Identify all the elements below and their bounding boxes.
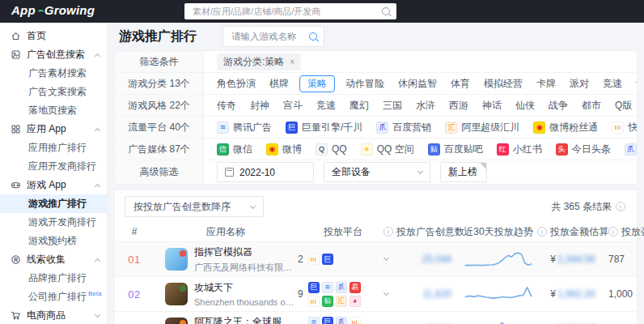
media-option[interactable]: ★QQ 空间 — [361, 143, 414, 156]
column-header: 近30天投放趋势 — [460, 222, 537, 241]
filter-row-platform: 流量平台 40个 ≋腾讯广告巨巨量引擎/千川爪百度营销汇阿里超级汇川◉微博粉丝通… — [115, 117, 637, 139]
appgrowing-logo[interactable]: App Growing — [11, 3, 95, 19]
date-picker[interactable]: 2022-10 — [217, 162, 314, 182]
game-search-input[interactable] — [230, 31, 309, 42]
sidebar-item[interactable]: 应用推广排行 — [0, 139, 107, 157]
platform-option[interactable]: |||快手磁力引擎 — [612, 121, 637, 134]
app-icon[interactable] — [165, 318, 188, 324]
category-option[interactable]: 模拟经营 — [484, 77, 523, 91]
global-search-input[interactable] — [191, 6, 382, 17]
media-option[interactable]: QQQ — [316, 143, 347, 156]
info-icon[interactable]: i — [537, 227, 547, 237]
media-option[interactable]: 头今日头条 — [556, 143, 611, 156]
platform-chip-list: 巨≋爪易|||贴汇◕ — [308, 282, 366, 307]
media-option[interactable]: 红小红书 — [497, 143, 542, 156]
media-option[interactable]: 信微信 — [217, 143, 252, 156]
style-option[interactable]: 都市 — [582, 99, 601, 113]
sidebar-item[interactable]: 广告文案搜索 — [0, 83, 107, 101]
baidu-platform-icon: 爪 — [336, 282, 347, 293]
sidebar-item[interactable]: 广告素材搜索 — [0, 64, 107, 83]
style-option[interactable]: 封神 — [250, 99, 269, 113]
result-count: 共 365 条结果 — [551, 200, 612, 214]
sidebar-group[interactable]: 广告创意搜索 — [0, 45, 107, 64]
style-option[interactable]: 宫斗 — [283, 99, 303, 113]
sidebar-item[interactable]: 游戏预约榜 — [0, 232, 107, 250]
sidebar-item[interactable]: 游戏开发商排行 — [0, 213, 107, 232]
sort-dropdown[interactable]: 按投放广告创意数降序 — [125, 196, 264, 217]
sidebar-group[interactable]: 应用 App — [0, 120, 107, 139]
info-icon[interactable]: i — [383, 227, 393, 237]
category-option[interactable]: 音乐游戏 — [636, 77, 637, 91]
category-option[interactable]: 卡牌 — [536, 77, 556, 91]
sidebar-item-label: 游戏预约榜 — [28, 234, 77, 248]
info-icon[interactable]: i — [616, 202, 625, 211]
category-option[interactable]: 动作冒险 — [345, 77, 384, 91]
category-option[interactable]: 角色扮演 — [217, 77, 256, 91]
style-option[interactable]: Q版 — [615, 99, 632, 113]
sidebar-group[interactable]: 首页 — [0, 27, 107, 45]
info-icon[interactable]: i — [608, 227, 618, 237]
app-name-text: 阿瓦隆之王：全球服北京能量盒科技有限公司 — [194, 315, 292, 324]
sidebar-item[interactable]: 品牌推广排行 — [0, 269, 107, 288]
sidebar-item[interactable]: 落地页搜索 — [0, 101, 107, 120]
app-icon[interactable] — [165, 248, 188, 271]
platform-option[interactable]: ≋腾讯广告 — [217, 121, 272, 134]
category-option[interactable]: 体育 — [451, 77, 470, 91]
style-option[interactable]: 传奇 — [217, 99, 236, 113]
platform-option[interactable]: ◉微博粉丝通 — [533, 121, 598, 134]
sidebar-item[interactable]: 应用开发商排行 — [0, 157, 107, 176]
style-option[interactable]: 竞速 — [316, 99, 336, 113]
style-option[interactable]: 神话 — [482, 99, 502, 113]
table-toolbar: 按投放广告创意数降序 共 365 条结果 i — [115, 190, 637, 222]
search-icon[interactable] — [382, 7, 390, 15]
table-row[interactable]: 03阿瓦隆之王：全球服北京能量盒科技有限公司5≋巨爪|||易7,342¥3,08… — [115, 312, 637, 324]
tencent-platform-icon: ≋ — [308, 317, 320, 324]
game-search-box[interactable] — [222, 26, 324, 47]
trend-cell — [460, 277, 537, 311]
column-header-label: 应用名称 — [206, 225, 245, 239]
platform-option[interactable]: 巨巨量引擎/千川 — [286, 121, 362, 134]
page-header: 游戏推广排行 — [108, 23, 644, 50]
app-name[interactable]: 指挥官模拟器 — [194, 245, 296, 259]
new-on-list-toggle[interactable]: 新上榜 — [440, 162, 487, 182]
style-option[interactable]: 仙侠 — [515, 99, 535, 113]
close-icon[interactable]: × — [290, 58, 294, 66]
game-search-icon[interactable] — [309, 32, 317, 40]
app-name[interactable]: 阿瓦隆之王：全球服 — [194, 315, 292, 324]
advanced-filters: 2022-10 全部设备 新上榜 — [204, 160, 637, 184]
app-name[interactable]: 攻城天下 — [194, 281, 296, 295]
media-option[interactable]: 贴百度贴吧 — [428, 143, 483, 156]
sidebar-group[interactable]: 线索收集 — [0, 250, 107, 269]
trend-sparkline — [464, 318, 532, 324]
table-row[interactable]: 01指挥官模拟器广西无及网络科技有限公司2|||巨25,044¥2,344.56… — [115, 242, 637, 277]
intensity-cell: 1,000 — [608, 277, 644, 311]
platform-option-label: 快手磁力引擎 — [628, 121, 637, 134]
table-row[interactable]: 02攻城天下Shenzhen thousands of Yun ...9巨≋爪易… — [115, 277, 637, 312]
sidebar-item[interactable]: 游戏推广排行 — [0, 194, 107, 213]
style-option[interactable]: 战争 — [549, 99, 568, 113]
platform-option[interactable]: 爪百度营销 — [376, 121, 431, 134]
sidebar-item[interactable]: 公司推广排行Beta — [0, 288, 107, 306]
device-select[interactable]: 全部设备 — [324, 162, 430, 182]
category-option[interactable]: 派对 — [570, 77, 589, 91]
sidebar-group[interactable]: 电商商品 — [0, 306, 107, 324]
category-option[interactable]: 策略 — [299, 75, 335, 92]
beta-badge: Beta — [88, 290, 101, 297]
filter-tag[interactable]: 游戏分类:策略 × — [217, 53, 301, 70]
category-option[interactable]: 竞速 — [603, 77, 622, 91]
app-icon[interactable] — [165, 283, 188, 305]
media-option[interactable]: 爪手机百度 — [625, 143, 637, 156]
style-option[interactable]: 水浒 — [416, 99, 435, 113]
filter-label: 筛选条件 — [115, 51, 204, 72]
category-option[interactable]: 休闲益智 — [398, 77, 437, 91]
style-option[interactable]: 魔幻 — [350, 99, 369, 113]
style-option[interactable]: 三国 — [383, 99, 402, 113]
media-option[interactable]: ◉微博 — [266, 143, 302, 156]
style-option[interactable]: 西游 — [449, 99, 468, 113]
global-search-box[interactable] — [184, 3, 396, 19]
platform-option[interactable]: 汇阿里超级汇川 — [445, 121, 519, 134]
category-option[interactable]: 棋牌 — [269, 77, 289, 91]
filter-row-advanced: 高级筛选 2022-10 全部设备 新上榜 — [115, 160, 637, 184]
sidebar-group[interactable]: 游戏 App — [0, 176, 107, 194]
media-option-label: QQ 空间 — [377, 143, 414, 156]
